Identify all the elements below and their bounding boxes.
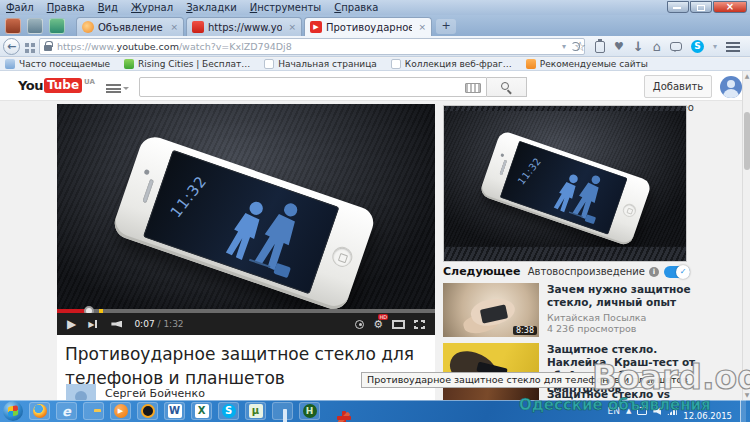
taskbar-utorrent[interactable]: µ — [245, 402, 266, 420]
bookmark-star-icon[interactable]: ☆ — [574, 40, 586, 53]
skype-icon: S — [222, 404, 236, 418]
bookmark-web-collection[interactable]: Коллекция веб-фраг… — [391, 59, 512, 69]
scrollbar-thumb[interactable] — [744, 112, 750, 170]
tab-3-active[interactable]: ▶ Противоударное защитн… × — [304, 17, 432, 36]
autoplay-toggle[interactable] — [664, 266, 690, 278]
window-controls: × — [666, 1, 747, 13]
taskbar-explorer[interactable] — [83, 402, 104, 420]
start-button[interactable] — [3, 401, 23, 421]
suggested-video-1[interactable]: 8:38 Зачем нужно защитное стекло, личный… — [443, 283, 697, 337]
h-app-icon: H — [303, 404, 317, 418]
phone-earpiece — [499, 160, 507, 176]
page-scrollbar[interactable]: ▲ ▼ — [742, 71, 750, 400]
video-player[interactable]: 11:32 ▶ ▶ 0:0 — [57, 104, 435, 335]
theater-mode-icon[interactable] — [392, 320, 405, 329]
tab-2-close-icon[interactable]: × — [288, 22, 296, 32]
menu-file[interactable]: Файл — [6, 2, 34, 13]
scroll-up-icon[interactable]: ▲ — [744, 73, 750, 79]
menu-history[interactable]: Журнал — [131, 2, 173, 13]
menu-help[interactable]: Справка — [334, 2, 378, 13]
taskbar-ie[interactable]: e — [56, 402, 77, 420]
media-player-icon: ▶ — [114, 404, 128, 418]
fullscreen-icon[interactable] — [414, 320, 425, 329]
suggested-title-1[interactable]: Зачем нужно защитное стекло, личный опыт — [547, 283, 697, 309]
menu-view[interactable]: Вид — [98, 2, 118, 13]
skype-extension-icon[interactable]: S — [691, 40, 704, 53]
volume-icon[interactable] — [111, 321, 122, 328]
channel-name[interactable]: Сергей Бойченко — [105, 387, 205, 400]
maximize-button[interactable] — [690, 1, 712, 13]
guide-hamburger-icon[interactable] — [106, 84, 121, 93]
menu-bookmarks[interactable]: Закладки — [186, 2, 237, 13]
play-button[interactable]: ▶ — [67, 317, 76, 331]
tab-3-close-icon[interactable]: × — [418, 22, 426, 32]
info-icon[interactable]: i — [649, 267, 659, 277]
taskbar-word[interactable]: W — [164, 402, 185, 420]
pinned-icon-1[interactable] — [5, 18, 21, 34]
tab-1-title: Объявление добавляется… — [98, 22, 164, 33]
bookmark-recommended[interactable]: Рекомендуемые сайты — [526, 59, 648, 69]
video-preview-image[interactable]: 11:32 — [443, 105, 687, 262]
bookmark-start-page[interactable]: Начальная страница — [264, 59, 377, 69]
tab-2[interactable]: https://www.youtube.com/… × — [186, 17, 302, 36]
bookmark-frequent[interactable]: Часто посещаемые — [5, 59, 110, 69]
taskbar-updater[interactable] — [326, 402, 347, 420]
page-icon — [264, 59, 274, 69]
next-button[interactable]: ▶ — [88, 320, 97, 329]
phone-home-button — [621, 202, 638, 219]
taskbar-aimp[interactable] — [137, 402, 158, 420]
suggested-thumbnail-1[interactable]: 8:38 — [443, 283, 539, 337]
word-icon: W — [168, 404, 182, 418]
menu-hamburger-icon[interactable] — [726, 42, 740, 52]
skype-caret-icon[interactable]: ▾ — [713, 42, 717, 51]
phone-earpiece — [142, 179, 154, 203]
settings-gear-icon[interactable]: ⚙HD — [373, 318, 383, 331]
menu-tools[interactable]: Инструменты — [250, 2, 322, 13]
pocket-icon[interactable]: ♥ — [614, 40, 624, 53]
taskbar-firefox[interactable] — [29, 402, 50, 420]
clipboard-icon[interactable] — [595, 41, 605, 53]
tab-1[interactable]: Объявление добавляется… × — [76, 17, 184, 36]
address-bar[interactable]: https://www.youtube.com/watch?v=KxlZD794… — [39, 38, 585, 55]
download-icon[interactable]: ↓ — [633, 40, 644, 53]
tiles-icon[interactable] — [25, 43, 29, 47]
back-button[interactable]: ← — [3, 38, 20, 55]
close-button[interactable]: × — [713, 1, 747, 13]
urlbar-dropdown-icon[interactable]: ▾ — [562, 42, 566, 51]
taskbar-h-app[interactable]: H — [299, 402, 320, 420]
pinned-icon-2[interactable] — [27, 18, 43, 34]
hd-badge: HD — [378, 314, 388, 320]
search-button[interactable] — [487, 77, 527, 97]
video-frame: 11:32 — [57, 104, 435, 313]
show-desktop-button[interactable] — [740, 400, 746, 422]
up-next-row: Следующее Автовоспроизведение i — [443, 265, 690, 278]
suggested-channel-1[interactable]: Китайская Посылка — [547, 312, 697, 323]
chat-icon[interactable] — [670, 42, 682, 51]
url-text[interactable]: https://www.youtube.com/watch?v=KxlZD794… — [57, 41, 557, 52]
taskbar-skype[interactable]: S — [218, 402, 239, 420]
youtube-favicon: ▶ — [310, 21, 322, 33]
account-avatar[interactable] — [720, 76, 742, 98]
tab-1-close-icon[interactable]: × — [170, 22, 178, 32]
silhouettes-image — [204, 174, 337, 291]
taskbar-excel[interactable]: X — [191, 402, 212, 420]
tab-1-favicon — [82, 21, 94, 33]
minimize-button[interactable] — [667, 1, 689, 13]
search-input[interactable] — [140, 78, 486, 96]
menu-edit[interactable]: Правка — [47, 2, 85, 13]
phone-camera — [500, 153, 504, 157]
taskbar-computer[interactable] — [272, 402, 293, 420]
aimp-icon — [141, 404, 155, 418]
home-icon[interactable]: ⌂ — [653, 40, 661, 53]
taskbar-media-player[interactable]: ▶ — [110, 402, 131, 420]
new-tab-button[interactable]: + — [436, 19, 456, 34]
excel-icon: X — [195, 404, 209, 418]
upload-video-button[interactable]: Добавить видео — [644, 75, 712, 98]
youtube-logo[interactable]: YouTubeUA — [18, 78, 95, 93]
watch-later-icon[interactable] — [355, 320, 364, 329]
pinned-icon-3[interactable] — [49, 18, 65, 34]
suggested-views-1: 4 236 просмотров — [547, 323, 697, 334]
monitor-icon — [283, 409, 287, 422]
keyboard-icon[interactable] — [465, 83, 481, 93]
bookmark-rising-cities[interactable]: Rising Cities | Бесплат… — [124, 59, 250, 69]
